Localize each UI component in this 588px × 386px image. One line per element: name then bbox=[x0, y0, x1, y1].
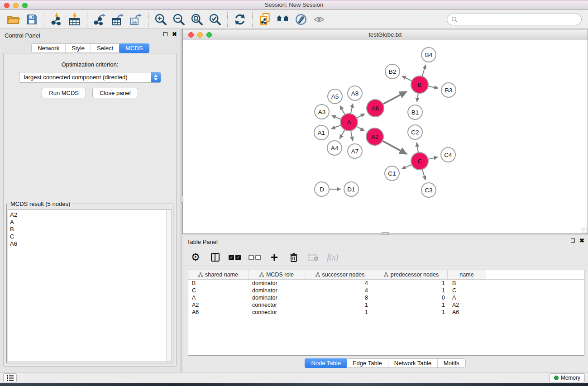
export-network-button[interactable] bbox=[91, 11, 109, 28]
float-panel-icon[interactable] bbox=[163, 32, 167, 36]
table-cell[interactable]: A6 bbox=[188, 309, 249, 316]
close-window-icon[interactable] bbox=[4, 3, 10, 8]
table-cell[interactable]: A bbox=[188, 294, 249, 301]
table-cell[interactable]: B bbox=[448, 280, 486, 287]
table-cell[interactable]: 4 bbox=[305, 287, 375, 294]
graph-node-C[interactable]: C bbox=[411, 152, 428, 170]
table-row[interactable]: Bdominator41B bbox=[188, 280, 584, 287]
show-graphics-details-button[interactable] bbox=[310, 11, 328, 28]
zoom-window-icon[interactable] bbox=[22, 3, 28, 8]
graph-node-B[interactable]: B bbox=[411, 76, 428, 93]
float-panel-icon[interactable] bbox=[571, 238, 575, 243]
graph-node-C2[interactable]: C2 bbox=[408, 125, 422, 139]
splitter-handle[interactable] bbox=[181, 195, 183, 203]
minimize-window-icon[interactable] bbox=[13, 3, 19, 8]
resize-grip[interactable] bbox=[582, 228, 587, 233]
graph-node-B3[interactable]: B3 bbox=[441, 83, 456, 97]
tab-network[interactable]: Network bbox=[32, 44, 66, 52]
result-item-a2[interactable]: A2 bbox=[10, 211, 172, 219]
export-table-button[interactable] bbox=[109, 11, 127, 28]
edge-A-A7[interactable] bbox=[351, 131, 353, 141]
table-row[interactable]: A6connector11A6 bbox=[188, 309, 584, 316]
result-list-scrollbar[interactable] bbox=[166, 210, 172, 362]
edge-A-A1[interactable] bbox=[331, 125, 340, 129]
table-cell[interactable]: dominator bbox=[249, 280, 305, 287]
result-item-a[interactable]: A bbox=[10, 219, 172, 226]
graph-node-C1[interactable]: C1 bbox=[385, 166, 399, 181]
close-panel-button[interactable]: Close panel bbox=[92, 88, 138, 98]
zoom-fit-button[interactable] bbox=[188, 11, 206, 28]
zoom-view-icon[interactable] bbox=[206, 32, 212, 38]
tab-select[interactable]: Select bbox=[91, 44, 120, 52]
table-cell[interactable]: C bbox=[188, 287, 249, 294]
graph-node-A3[interactable]: A3 bbox=[315, 105, 329, 119]
criterion-dropdown[interactable]: largest connected component (directed) bbox=[19, 72, 161, 83]
graph-node-A6[interactable]: A6 bbox=[367, 100, 384, 117]
graph-node-D[interactable]: D bbox=[315, 182, 329, 196]
graph-node-A5[interactable]: A5 bbox=[328, 89, 342, 104]
table-row[interactable]: Cdominator41C bbox=[188, 287, 584, 294]
tab-node-table[interactable]: Node Table bbox=[305, 358, 347, 368]
column-header-name[interactable]: name bbox=[448, 270, 486, 279]
minimize-view-icon[interactable] bbox=[197, 32, 203, 38]
zoom-selected-button[interactable] bbox=[206, 11, 224, 28]
table-cell[interactable]: 1 bbox=[305, 309, 375, 316]
tab-mcds[interactable]: MCDS bbox=[119, 43, 149, 53]
table-row[interactable]: Adominator80A bbox=[188, 294, 584, 301]
clone-network-button[interactable] bbox=[256, 11, 274, 28]
column-header-predecessor-nodes[interactable]: predecessor nodes bbox=[375, 270, 448, 279]
table-cell[interactable]: A6 bbox=[448, 309, 486, 316]
import-network-button[interactable] bbox=[48, 11, 66, 28]
table-options-button[interactable]: ⚙ bbox=[190, 251, 201, 264]
edge-C-C1[interactable] bbox=[402, 165, 411, 169]
edge-A-A8[interactable] bbox=[351, 104, 353, 113]
graph-node-A1[interactable]: A1 bbox=[314, 125, 329, 140]
graph-node-D1[interactable]: D1 bbox=[344, 182, 359, 196]
table-cell[interactable]: dominator bbox=[249, 287, 305, 294]
close-panel-icon[interactable]: ✖ bbox=[579, 238, 584, 243]
select-all-columns-button[interactable]: ✓ ✓ bbox=[229, 251, 241, 264]
graph-node-A4[interactable]: A4 bbox=[327, 141, 342, 155]
tab-motifs[interactable]: Motifs bbox=[438, 359, 465, 367]
table-cell[interactable]: 1 bbox=[375, 309, 448, 316]
table-cell[interactable]: A bbox=[448, 294, 486, 301]
result-item-c[interactable]: C bbox=[10, 233, 172, 240]
tab-network-table[interactable]: Network Table bbox=[388, 359, 438, 367]
table-cell[interactable]: A2 bbox=[188, 301, 249, 309]
graph-node-B1[interactable]: B1 bbox=[408, 105, 422, 119]
edge-A-A3[interactable] bbox=[332, 115, 340, 119]
table-cell[interactable]: C bbox=[448, 287, 486, 294]
add-column-button[interactable]: + bbox=[268, 251, 280, 264]
function-builder-button[interactable]: f(x) bbox=[327, 251, 339, 264]
table-cell[interactable]: 1 bbox=[375, 301, 448, 309]
tab-style[interactable]: Style bbox=[66, 44, 91, 52]
graph-node-B4[interactable]: B4 bbox=[421, 48, 436, 62]
result-item-a6[interactable]: A6 bbox=[10, 240, 172, 248]
search-input[interactable] bbox=[460, 16, 574, 23]
save-session-button[interactable] bbox=[23, 11, 41, 28]
home-button[interactable] bbox=[274, 11, 292, 28]
table-cell[interactable]: connector bbox=[249, 301, 305, 309]
edge-A-A6[interactable] bbox=[357, 114, 365, 118]
edge-C-C3[interactable] bbox=[422, 170, 425, 180]
edge-C-C2[interactable] bbox=[417, 143, 418, 152]
export-image-button[interactable] bbox=[127, 11, 145, 28]
table-cell[interactable]: A2 bbox=[448, 301, 486, 309]
show-column-button[interactable] bbox=[209, 251, 221, 264]
open-session-button[interactable] bbox=[5, 11, 23, 28]
close-panel-icon[interactable]: ✖ bbox=[172, 32, 177, 37]
table-cell[interactable]: 1 bbox=[375, 287, 448, 294]
apply-layout-button[interactable] bbox=[231, 11, 249, 28]
zoom-out-button[interactable] bbox=[170, 11, 188, 28]
search-box[interactable] bbox=[447, 14, 582, 25]
column-header-successor-nodes[interactable]: successor nodes bbox=[305, 270, 375, 279]
table-cell[interactable]: connector bbox=[249, 309, 305, 316]
hide-annotations-button[interactable] bbox=[292, 11, 310, 28]
table-cell[interactable]: 0 bbox=[375, 294, 448, 301]
edge-A-A5[interactable] bbox=[340, 106, 344, 114]
edge-A-A2[interactable] bbox=[357, 127, 364, 131]
edge-B-B4[interactable] bbox=[422, 65, 425, 76]
edge-C-C4[interactable] bbox=[429, 157, 438, 159]
delete-columns-button[interactable] bbox=[288, 251, 300, 264]
graph-node-B2[interactable]: B2 bbox=[385, 64, 400, 79]
